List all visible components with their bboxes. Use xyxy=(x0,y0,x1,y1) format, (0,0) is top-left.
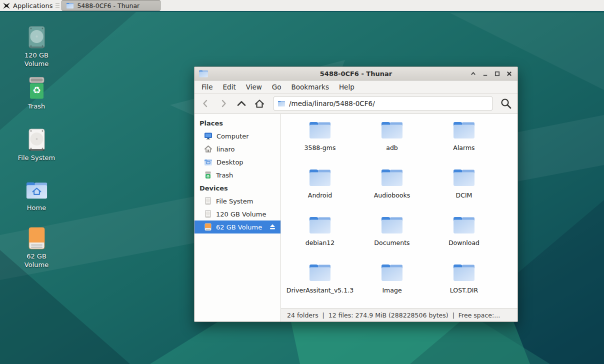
trash-small-icon: ♻ xyxy=(204,171,212,179)
folder-icon xyxy=(452,119,476,140)
folder-item[interactable]: Alarms xyxy=(428,119,500,166)
trash-icon: ♻ xyxy=(25,76,48,100)
menu-help[interactable]: Help xyxy=(334,82,360,92)
sidebar-item-label: 120 GB Volume xyxy=(216,210,266,218)
orange-volume-icon xyxy=(25,226,48,250)
menu-bookmarks[interactable]: Bookmarks xyxy=(286,82,334,92)
folder-icon xyxy=(308,166,332,188)
folder-name: Documents xyxy=(374,239,410,246)
orange-drive-icon xyxy=(204,223,212,231)
applications-menu-button[interactable]: Applications xyxy=(0,0,56,12)
close-button[interactable] xyxy=(506,70,512,77)
up-button[interactable] xyxy=(235,97,248,110)
sidebar-item-file-system[interactable]: File System xyxy=(194,194,280,208)
folder-name: Android xyxy=(308,192,332,199)
path-input[interactable] xyxy=(289,100,488,108)
folder-name: Download xyxy=(448,239,480,246)
folder-item[interactable]: Image xyxy=(356,262,428,308)
menu-go[interactable]: Go xyxy=(267,82,286,92)
drive-icon xyxy=(204,197,212,205)
devices-header: Devices xyxy=(194,182,280,194)
folder-item[interactable]: Documents xyxy=(356,214,428,262)
top-panel: Applications 5488-0CF6 - Thunar xyxy=(0,0,604,12)
folder-name: LOST.DIR xyxy=(450,286,478,294)
sidebar-item-desktop[interactable]: Desktop xyxy=(194,156,280,168)
desktop-icon-label: 62 GB Volume xyxy=(14,252,60,269)
folder-name: DCIM xyxy=(456,192,472,199)
desktop-icon-file-system[interactable]: File System xyxy=(14,128,60,162)
back-button[interactable] xyxy=(199,97,212,110)
sidebar: Places Computer linaro xyxy=(194,114,281,322)
folder-icon xyxy=(380,119,404,140)
folder-item[interactable]: Download xyxy=(428,214,500,262)
menu-view[interactable]: View xyxy=(241,82,267,92)
home-button[interactable] xyxy=(253,97,266,110)
statusbar: 24 folders | 12 files: 274.9 MiB (288228… xyxy=(281,308,518,322)
panel-grip-handle[interactable] xyxy=(56,2,60,9)
menu-file[interactable]: File xyxy=(196,82,218,92)
sidebar-item-120gb-volume[interactable]: 120 GB Volume xyxy=(194,208,280,220)
taskbar-window-button[interactable]: 5488-0CF6 - Thunar xyxy=(62,0,160,11)
location-bar[interactable] xyxy=(273,96,493,111)
desktop-icon-label: Trash xyxy=(28,102,45,111)
folder-item[interactable]: 3588-gms xyxy=(284,119,356,166)
applications-menu-label: Applications xyxy=(13,2,52,10)
desktop-icon-label: File System xyxy=(18,154,55,162)
folder-icon xyxy=(66,2,74,9)
sidebar-item-label: Computer xyxy=(216,132,249,140)
file-view: 3588-gms adb Alarms Android Audiobooks xyxy=(281,114,518,322)
search-button[interactable] xyxy=(499,96,513,110)
thunar-window: 5488-0CF6 - Thunar File Edit View Go Boo… xyxy=(194,66,518,322)
computer-icon xyxy=(204,132,212,140)
folder-icon xyxy=(452,166,476,188)
sidebar-item-label: linaro xyxy=(216,146,234,153)
folder-icon xyxy=(452,214,476,235)
folder-item[interactable]: Android xyxy=(284,166,356,214)
menubar: File Edit View Go Bookmarks Help xyxy=(194,80,518,94)
folder-icon xyxy=(452,262,476,282)
taskbar-window-label: 5488-0CF6 - Thunar xyxy=(77,2,140,10)
sidebar-item-computer[interactable]: Computer xyxy=(194,130,280,142)
desktop-icon-120gb-volume[interactable]: 120 GB Volume xyxy=(14,26,60,68)
desktop-icon-trash[interactable]: ♻ Trash xyxy=(14,76,60,111)
eject-icon[interactable] xyxy=(269,224,276,230)
folder-name: debian12 xyxy=(306,239,335,246)
forward-button[interactable] xyxy=(217,97,230,110)
sidebar-item-label: File System xyxy=(216,198,253,205)
folder-item[interactable]: DCIM xyxy=(428,166,500,214)
folder-item[interactable]: LOST.DIR xyxy=(428,262,500,308)
folder-item[interactable]: DriverAssitant_v5.1.3 xyxy=(284,262,356,308)
folder-item[interactable]: debian12 xyxy=(284,214,356,262)
folder-icon xyxy=(308,214,332,235)
desktop-icon-label: Home xyxy=(27,204,46,212)
folder-item[interactable]: adb xyxy=(356,119,428,166)
svg-text:♻: ♻ xyxy=(206,174,210,178)
window-titlebar[interactable]: 5488-0CF6 - Thunar xyxy=(194,67,518,80)
drive-icon xyxy=(204,210,212,218)
minimize-button[interactable] xyxy=(482,70,488,77)
folder-name: adb xyxy=(386,144,398,152)
hard-drive-icon xyxy=(25,128,48,152)
folder-icon xyxy=(380,166,404,188)
xfce-logo-icon xyxy=(2,2,10,10)
path-folder-icon xyxy=(278,100,286,107)
desktop-icon-label: 120 GB Volume xyxy=(14,52,60,68)
files-grid: 3588-gms adb Alarms Android Audiobooks xyxy=(281,114,518,308)
menu-edit[interactable]: Edit xyxy=(218,82,241,92)
home-folder-icon xyxy=(25,178,48,202)
search-icon xyxy=(500,98,512,110)
folder-name: DriverAssitant_v5.1.3 xyxy=(286,286,354,294)
desktop-icon-home[interactable]: Home xyxy=(14,178,60,212)
sidebar-item-trash[interactable]: ♻ Trash xyxy=(194,168,280,182)
maximize-button[interactable] xyxy=(494,70,500,77)
home-icon xyxy=(204,145,212,153)
places-header: Places xyxy=(194,116,280,130)
sidebar-item-label: Trash xyxy=(216,172,233,179)
svg-text:♻: ♻ xyxy=(32,84,40,96)
desktop-folder-icon xyxy=(204,158,212,166)
desktop-icon-62gb-volume[interactable]: 62 GB Volume xyxy=(14,226,60,269)
folder-item[interactable]: Audiobooks xyxy=(356,166,428,214)
shade-button[interactable] xyxy=(470,70,476,77)
sidebar-item-62gb-volume[interactable]: 62 GB Volume xyxy=(194,220,280,234)
sidebar-item-linaro[interactable]: linaro xyxy=(194,142,280,156)
